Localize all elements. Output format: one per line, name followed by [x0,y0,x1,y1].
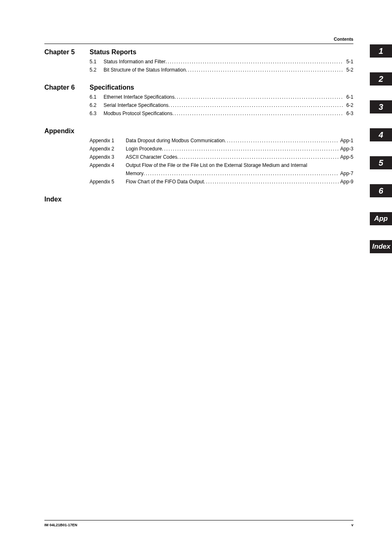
toc-entry-title: Ethernet Interface Specifications [104,93,175,101]
toc-chapter-label: Chapter 6 [44,84,90,91]
toc-entry-page: App-7 [339,169,353,178]
toc-appendix-block: Appendix Appendix 1 Data Dropout during … [44,127,353,186]
toc-chapter-title: Specifications [90,84,134,91]
toc-entry[interactable]: 6.3 Modbus Protocol Specifications .....… [44,109,353,118]
toc-entry-number: Appendix 5 [90,178,126,186]
toc-entry[interactable]: 5.1 Status Information and Filter ......… [44,58,353,66]
toc-entry-title: Login Procedure [126,145,162,153]
toc-chapter: Chapter 6 Specifications 6.1 Ethernet In… [44,84,353,118]
toc-chapter-row: Chapter 6 Specifications [44,84,353,91]
toc-entry[interactable]: 6.1 Ethernet Interface Specifications ..… [44,93,353,101]
dot-leader: ........................................… [204,178,339,186]
toc-entry[interactable]: Appendix 5 Flow Chart of the FIFO Data O… [44,178,353,186]
toc-entry[interactable]: Appendix 4 Output Flow of the File or th… [44,161,353,169]
toc-chapter-row: Index [44,196,353,203]
toc-entry-page: App-1 [339,136,353,145]
footer-rule [44,520,353,520]
toc-entry-number: 6.1 [90,93,104,101]
toc-index-label: Index [44,196,62,203]
toc-entry-number: Appendix 3 [90,153,126,161]
dot-leader: ........................................… [186,66,343,74]
toc-chapter: Chapter 5 Status Reports 5.1 Status Info… [44,49,353,74]
toc-entry[interactable]: 6.2 Serial Interface Specifications ....… [44,101,353,109]
toc-entry-page: App-9 [339,178,353,186]
dot-leader: ........................................… [143,169,339,178]
toc-entry[interactable]: 5.2 Bit Structure of the Status Informat… [44,66,353,74]
side-tab-1[interactable]: 1 [370,44,392,58]
toc-entry[interactable]: Appendix 3 ASCII Character Codes .......… [44,153,353,161]
dot-leader: ........................................… [172,109,343,118]
toc-entry-title: Serial Interface Specifications [104,101,168,109]
page-footer: IM 04L21B01-17EN v [44,520,353,527]
content-area: Contents Chapter 5 Status Reports 5.1 St… [44,38,353,205]
toc-chapter-title: Status Reports [90,49,136,56]
table-of-contents: Chapter 5 Status Reports 5.1 Status Info… [44,49,353,203]
side-tab-2[interactable]: 2 [370,72,392,86]
page: Contents Chapter 5 Status Reports 5.1 St… [0,0,392,555]
side-tab-6[interactable]: 6 [370,184,392,197]
toc-entry-title: Memory [126,169,143,178]
toc-entry-title: Status Information and Filter [104,58,166,66]
toc-chapter-label: Chapter 5 [44,49,90,56]
toc-entry-page: App-5 [339,153,353,161]
toc-appendix-label: Appendix [44,127,74,135]
toc-entry-title: Output Flow of the File or the File List… [126,161,307,169]
dot-leader: ........................................… [168,101,343,109]
toc-entry-number: Appendix 2 [90,145,126,153]
toc-entry-number: 6.3 [90,109,104,118]
toc-entry-page: 5-2 [343,66,353,74]
toc-chapter-row: Appendix [44,127,353,135]
toc-entry-page: 6-1 [343,93,353,101]
side-tab-5[interactable]: 5 [370,156,392,169]
toc-entry-number: Appendix 4 [90,161,126,169]
footer-page-number: v [351,523,353,527]
footer-doc-id: IM 04L21B01-17EN [44,523,77,527]
dot-leader: ........................................… [162,145,339,153]
toc-entry[interactable]: Appendix 1 Data Dropout during Modbus Co… [44,136,353,145]
toc-entry-page: App-3 [339,145,353,153]
toc-entry-number: 6.2 [90,101,104,109]
header-contents-label: Contents [334,37,353,42]
toc-entry-title: Flow Chart of the FIFO Data Output [126,178,204,186]
toc-entry-number: 5.1 [90,58,104,66]
toc-entry-title: Data Dropout during Modbus Communication [126,136,225,145]
toc-entry-continuation[interactable]: Memory .................................… [44,169,353,178]
dot-leader: ........................................… [166,58,344,66]
side-tab-3[interactable]: 3 [370,100,392,113]
side-tab-index[interactable]: Index [370,240,392,253]
toc-entry[interactable]: Appendix 2 Login Procedure .............… [44,145,353,153]
toc-entry-title: Bit Structure of the Status Information [104,66,186,74]
side-tab-app[interactable]: App [370,212,392,225]
header-rule [44,44,353,44]
toc-entry-number: 5.2 [90,66,104,74]
side-tab-4[interactable]: 4 [370,128,392,141]
toc-entry-page: 6-2 [343,101,353,109]
toc-entry-title: ASCII Character Codes [126,153,177,161]
toc-entry-number: Appendix 1 [90,136,126,145]
dot-leader: ........................................… [225,136,339,145]
dot-leader: ........................................… [175,93,344,101]
dot-leader: ........................................… [177,153,339,161]
side-tabs: 1 2 3 4 5 6 App Index [370,44,392,268]
toc-entry-page: 6-3 [343,109,353,118]
toc-index-block: Index [44,196,353,203]
toc-entry-page: 5-1 [343,58,353,66]
toc-chapter-row: Chapter 5 Status Reports [44,49,353,56]
toc-entry-title: Modbus Protocol Specifications [104,109,172,118]
